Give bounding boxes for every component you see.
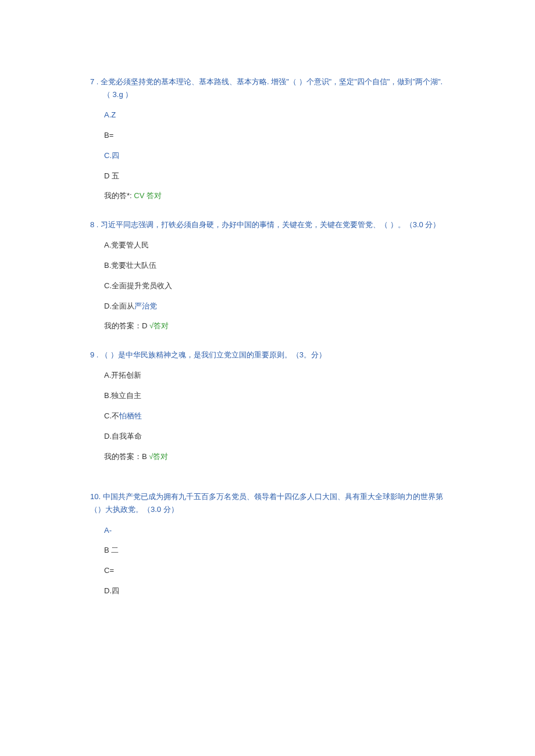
q7-header: 7 . 全党必须坚持党的基本理论、基本路线、基本方略. 增强"（ ）个意识"，坚… (90, 76, 445, 101)
q7-answer-label: 我的答*: (104, 191, 134, 200)
q9-option-d: D.自我革命 (104, 431, 445, 443)
q9-option-a: A.开拓创新 (104, 370, 445, 382)
q10-number: 10. (90, 492, 103, 501)
q8-header: 8 . 习近平同志强调，打铁必须自身硬，办好中国的事情，关键在党，关键在党要管党… (90, 218, 445, 231)
q8-option-d-blue: 严治党 (134, 302, 157, 310)
q8-sep: . (94, 220, 98, 229)
q9-option-b: B.独立自主 (104, 390, 445, 402)
q9-text-2: 的重要原则。（3。分） (247, 350, 326, 359)
spacer (90, 479, 445, 490)
q7-answer-value: CV 答对 (134, 191, 162, 200)
question-10: 10. 中国共产党已成为拥有九千五百多万名党员、领导着十四亿多人口大国、具有重大… (90, 490, 445, 597)
q10-text: 中国共产党已成为拥有九千五百多万名党员、领导着十四亿多人口大国、具有重大全球影响… (90, 492, 443, 514)
q9-header: 9 . （ ）是中华民族精神之魂，是我们立党立国的重要原则。（3。分） (90, 349, 445, 361)
q7-text-2: 个意识"，坚定"四个自信"，做到"两个湖". (306, 77, 443, 86)
q10-option-b: B 二 (104, 544, 445, 557)
q9-options: A.开拓创新 B.独立自主 C.不怕栖牲 D.自我革命 (90, 370, 445, 442)
q8-option-d-prefix: D.全面从 (104, 302, 134, 310)
q9-text-1: （ ）是中华民族精神之魂，是我们立 (101, 350, 224, 359)
q8-answer-label: 我的答案：D (104, 321, 149, 330)
question-9: 9 . （ ）是中华民族精神之魂，是我们立党立国的重要原则。（3。分） A.开拓… (90, 349, 445, 463)
q9-option-c-prefix: C.不 (104, 411, 119, 420)
q9-sep: . (94, 350, 98, 359)
q9-text-blue: 党立国 (224, 350, 247, 359)
q7-option-a: A.Z (104, 109, 445, 121)
q8-options: A.党要管人民 B.党要壮大队伍 C.全面提升党员收入 D.全面从严治党 (90, 239, 445, 312)
question-7: 7 . 全党必须坚持党的基本理论、基本路线、基本方略. 增强"（ ）个意识"，坚… (90, 76, 445, 202)
q8-answer: 我的答案：D √答对 (90, 320, 445, 332)
q9-answer: 我的答案：B √答对 (90, 451, 445, 463)
q7-option-c: C.四 (104, 150, 445, 162)
q9-answer-value: √答对 (149, 452, 168, 461)
q9-option-c: C.不怕栖牲 (104, 410, 445, 422)
q9-option-c-blue: 怕栖牲 (119, 411, 142, 420)
q10-option-d: D.四 (104, 585, 445, 597)
q9-answer-label: 我的答案：B (104, 452, 149, 461)
q8-option-a: A.党要管人民 (104, 239, 445, 252)
q7-text-1: 全党必须坚持党的基本理论、基本路线、基本方略. 增强" (101, 77, 289, 86)
q7-sep: . (94, 77, 101, 86)
q8-answer-value: √答对 (149, 321, 169, 330)
q7-option-d: D 五 (104, 170, 445, 182)
q8-option-c: C.全面提升党员收入 (104, 280, 445, 292)
q7-option-b: B= (104, 130, 445, 142)
q8-option-d: D.全面从严治党 (104, 300, 445, 313)
question-8: 8 . 习近平同志强调，打铁必须自身硬，办好中国的事情，关键在党，关键在党要管党… (90, 218, 445, 332)
q10-header: 10. 中国共产党已成为拥有九千五百多万名党员、领导着十四亿多人口大国、具有重大… (90, 490, 445, 516)
q10-options: A- B 二 C= D.四 (90, 525, 445, 597)
q7-blank: （ ） (289, 77, 306, 86)
q10-option-a: A- (104, 525, 445, 537)
q8-text: 习近平同志强调，打铁必须自身硬，办好中国的事情，关键在党，关键在党要管党、（ ）… (101, 220, 440, 229)
q7-answer: 我的答*: CV 答对 (90, 190, 445, 202)
q8-option-b: B.党要壮大队伍 (104, 260, 445, 272)
q7-options: A.Z B= C.四 D 五 (90, 109, 445, 182)
q7-points: （ 3.g ） (103, 90, 133, 99)
q10-option-c: C= (104, 565, 445, 577)
